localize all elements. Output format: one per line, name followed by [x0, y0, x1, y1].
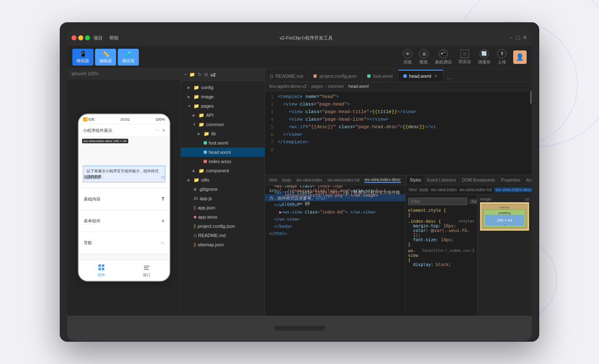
laptop: 项目 帮助 v2-FinClip小程序开发工具 － □ ✕ 📱 模拟器 [60, 22, 539, 342]
tree-item-foot-wxml[interactable]: ▶ foot.wxml [181, 138, 265, 148]
line-content: <view class="page-head-title">{{title}}<… [278, 109, 416, 114]
filter-tag-hov[interactable]: :hov [469, 199, 477, 204]
html-content: </wx-view> [269, 217, 300, 222]
tree-item-config[interactable]: ▶ 📁 config [181, 83, 265, 92]
styles-tab-styles[interactable]: Styles [407, 176, 424, 185]
file-type-icon [204, 141, 207, 145]
svg-rect-3 [102, 268, 104, 270]
styles-tab-event-listeners[interactable]: Event Listeners [424, 176, 459, 185]
preview-tab-wx-index-desc[interactable]: wx-view.index-desc [364, 177, 400, 183]
tree-item-head-wxml[interactable]: ▶ head.wxml [181, 148, 265, 157]
scrollbar[interactable] [530, 91, 532, 104]
tab-close-icon[interactable]: ✕ [434, 73, 438, 79]
user-avatar[interactable]: 👤 [513, 50, 527, 64]
file-tree-header: + 📁 ↻ ⊟ v2 [181, 69, 265, 81]
new-file-icon[interactable]: + [184, 72, 187, 77]
nav-interface-icon [143, 263, 151, 272]
maximize-button[interactable] [85, 35, 90, 40]
clear-cache-action[interactable]: 🔄 清缓存 [478, 49, 490, 65]
file-type-icon: ◼ [193, 215, 196, 219]
style-brace-close: } [408, 213, 411, 217]
new-folder-icon[interactable]: 📁 [189, 72, 195, 77]
tree-item-app-json[interactable]: ▶ {} app.json [181, 203, 265, 212]
tab-project-config[interactable]: project.config.json [308, 70, 362, 82]
nav-item-component[interactable]: 组件 [97, 263, 106, 278]
tab-foot-wxml[interactable]: foot.wxml [362, 70, 398, 82]
phone-navbar: 组件 接口 [79, 260, 170, 281]
device-preview-panel: iphone6 100% 📶 IDE 10:01 100% 小程序组件展示 [67, 69, 181, 316]
tree-item-label: app.json [198, 205, 215, 210]
styles-tab-properties[interactable]: Properties [498, 176, 523, 185]
box-margin: 10 - - - border - padding [480, 202, 529, 231]
tree-arrow: ▶ [188, 178, 192, 182]
tree-item-api[interactable]: ▶ 📁 API [181, 111, 265, 120]
tree-item-readme[interactable]: ▶ ◻ README.md [181, 231, 265, 240]
preview-tab-body[interactable]: body [282, 178, 292, 182]
tree-item-common[interactable]: ▼ 📁 common [181, 120, 265, 129]
code-editor[interactable]: 1 <template name="head"> 2 <view class="… [265, 91, 532, 175]
path-item-body[interactable]: body [419, 187, 429, 192]
tab-head-wxml[interactable]: head.wxml ✕ [398, 70, 444, 82]
tree-item-gitignore[interactable]: ▶ ◉ .gitignore [181, 185, 265, 194]
line-content: <view class="page-head"> [278, 102, 350, 107]
cut-backend-action[interactable]: □ 切后台 [459, 50, 471, 65]
tree-item-app-wxss[interactable]: ▶ ◼ app.wxss [181, 212, 265, 222]
preview-tab-wx-index-hd[interactable]: wx-view.index-hd [327, 178, 359, 182]
tree-item-index-wxss[interactable]: ▶ index.wxss [181, 157, 265, 166]
nav-item-interface[interactable]: 接口 [143, 263, 151, 278]
nav-component-icon [97, 263, 106, 272]
refresh-icon[interactable]: ↻ [198, 72, 201, 77]
html-line-7: </html> [265, 230, 405, 237]
file-tree-content[interactable]: ▶ 📁 config ▶ 📁 image ▼ [181, 81, 265, 316]
window-close-icon[interactable]: ✕ [522, 34, 527, 42]
code-line-6: 6 </view> [265, 131, 532, 138]
html-content: </wx-view> [269, 203, 300, 207]
path-item-wx-index-desc[interactable]: wx-view.index-desc [494, 187, 532, 193]
menu-item-help[interactable]: 帮助 [109, 35, 119, 41]
device-debug-action[interactable]: 📲 真机调试 [435, 49, 452, 65]
styles-filter-input[interactable] [408, 198, 467, 205]
close-button[interactable] [72, 35, 77, 40]
window-minimize-icon[interactable]: － [508, 34, 514, 42]
tree-item-image[interactable]: ▶ 📁 image [181, 92, 265, 101]
more-tabs-button[interactable]: ··· [443, 75, 455, 82]
preview-tab-html[interactable]: html [269, 178, 277, 182]
box-border: border - padding - 240 × 44 - [482, 204, 527, 229]
tree-item-project-config[interactable]: ▶ {} project.config.json [181, 222, 265, 231]
tree-item-component[interactable]: ▶ 📁 component [181, 166, 265, 175]
tree-item-app-js[interactable]: ▶ JS app.js [181, 194, 265, 203]
file-type-icon: {} [193, 224, 196, 228]
styles-tab-accessibility[interactable]: Accessibility [524, 176, 532, 185]
phone-frame: 📶 IDE 10:01 100% 小程序组件展示 ··· ✕ [78, 113, 170, 282]
tree-item-utils[interactable]: ▶ 📁 utils [181, 175, 265, 185]
browse-action[interactable]: 🖥 预览 [419, 49, 428, 65]
path-item-html[interactable]: html [409, 187, 417, 192]
preview-tab-wx-index[interactable]: wx-view.index [297, 178, 323, 182]
collapse-icon[interactable]: ⊟ [204, 72, 208, 77]
file-type-icon: {} [193, 206, 196, 210]
editor-button[interactable]: ✏️ 编辑器 [95, 49, 116, 66]
folder-icon: 📁 [204, 131, 209, 137]
upload-action[interactable]: ⬆ 上传 [497, 49, 506, 65]
tab-readme[interactable]: ◻ README.md [265, 70, 308, 82]
laptop-notch [274, 326, 325, 331]
phone-close-icon[interactable]: ✕ [162, 128, 165, 133]
code-line-3: 3 <view class="page-head-title">{{title}… [265, 108, 532, 116]
minimize-button[interactable] [78, 35, 83, 40]
color-swatch [431, 229, 434, 232]
simulator-button[interactable]: 📱 模拟器 [72, 49, 93, 66]
tree-item-lib[interactable]: ▶ 📁 lib [181, 129, 265, 138]
path-item-wx-index-hd[interactable]: wx-view.index-hd [459, 187, 491, 192]
line-content: <template name="head"> [278, 94, 339, 99]
menu-item-project[interactable]: 项目 [93, 35, 103, 41]
line-content: </template> [278, 140, 308, 145]
styles-tab-dom-breakpoints[interactable]: DOM Breakpoints [459, 176, 498, 185]
tree-item-sitemap[interactable]: ▶ {} sitemap.json [181, 240, 265, 249]
path-item-wx-index[interactable]: wx-view.index [431, 187, 457, 192]
tree-item-pages[interactable]: ▼ 📁 pages [181, 101, 265, 111]
laptop-screen: 项目 帮助 v2-FinClip小程序开发工具 － □ ✕ 📱 模拟器 [67, 30, 532, 316]
test-button[interactable]: 🧪 测试笔 [118, 49, 139, 66]
phone-more-icon[interactable]: ··· [156, 128, 159, 133]
window-fullscreen-icon[interactable]: □ [517, 34, 520, 42]
preview-action[interactable]: 👁 浏览 [403, 49, 412, 65]
